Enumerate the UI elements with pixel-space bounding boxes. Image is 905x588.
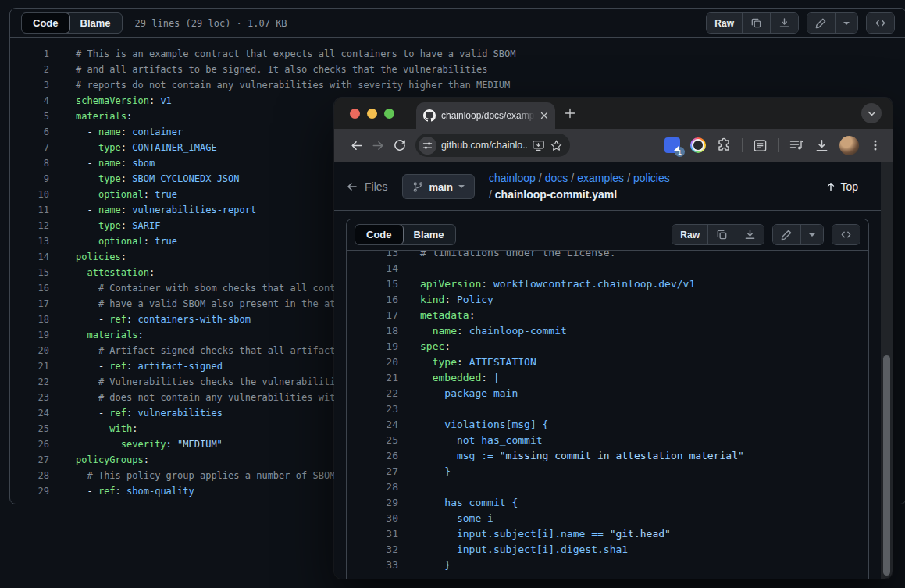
line-number[interactable]: 10 xyxy=(10,187,49,202)
line-number[interactable]: 17 xyxy=(347,308,398,323)
bookmark-star-icon[interactable] xyxy=(550,139,563,152)
line-number[interactable]: 13 xyxy=(347,251,398,261)
raw-button[interactable]: Raw xyxy=(707,13,742,33)
extensions-puzzle-icon[interactable] xyxy=(716,137,732,153)
files-back-link[interactable]: Files xyxy=(346,180,388,193)
line-number[interactable]: 4 xyxy=(10,93,49,109)
new-tab-button[interactable] xyxy=(565,108,575,119)
line-number[interactable]: 17 xyxy=(10,296,49,312)
line-number[interactable]: 15 xyxy=(347,276,398,292)
line-number[interactable]: 21 xyxy=(10,358,49,374)
reload-button[interactable] xyxy=(389,134,411,156)
zoom-window-button[interactable] xyxy=(384,109,394,119)
forward-button[interactable] xyxy=(367,134,389,156)
breadcrumb-repo[interactable]: chainloop xyxy=(489,172,536,184)
line-number[interactable]: 7 xyxy=(10,140,49,155)
line-number[interactable]: 12 xyxy=(10,218,49,233)
back-button[interactable] xyxy=(345,134,367,156)
line-number[interactable]: 27 xyxy=(347,464,398,479)
breadcrumb-policies[interactable]: policies xyxy=(633,172,670,184)
line-number[interactable]: 21 xyxy=(347,370,398,386)
line-number[interactable]: 29 xyxy=(347,495,398,511)
code-scroll-area[interactable]: 13# limitations under the License.1415ap… xyxy=(347,251,868,579)
line-number[interactable]: 18 xyxy=(347,323,398,339)
line-number[interactable]: 2 xyxy=(10,62,49,77)
download-button[interactable] xyxy=(770,13,798,33)
github-favicon xyxy=(423,109,436,122)
branch-selector[interactable]: main xyxy=(402,174,475,199)
password-manager-extension-icon[interactable]: 1 xyxy=(664,137,680,153)
tab-code[interactable]: Code xyxy=(21,12,70,34)
browser-menu-icon[interactable] xyxy=(869,139,882,151)
browser-tab[interactable]: chainloop/docs/examples/poli xyxy=(416,102,555,129)
download-button[interactable] xyxy=(736,225,764,244)
line-number[interactable]: 16 xyxy=(10,280,49,296)
line-number[interactable]: 22 xyxy=(10,374,49,390)
downloads-icon[interactable] xyxy=(814,138,829,153)
edit-button[interactable] xyxy=(807,13,835,33)
close-window-button[interactable] xyxy=(350,109,360,119)
orange-extension-icon[interactable] xyxy=(690,137,706,153)
breadcrumb-examples[interactable]: examples xyxy=(577,172,624,184)
line-number[interactable]: 14 xyxy=(347,261,398,276)
raw-button[interactable]: Raw xyxy=(672,225,707,244)
edit-button[interactable] xyxy=(773,225,800,244)
page-scrollbar[interactable] xyxy=(881,162,893,579)
line-number[interactable]: 13 xyxy=(10,233,49,249)
line-number[interactable]: 18 xyxy=(10,312,49,327)
line-number[interactable]: 26 xyxy=(347,448,398,464)
scrollbar-thumb[interactable] xyxy=(883,355,890,576)
media-playlist-icon[interactable] xyxy=(789,137,804,153)
line-number[interactable]: 26 xyxy=(10,437,49,452)
reading-list-icon[interactable] xyxy=(753,138,768,153)
line-number[interactable]: 5 xyxy=(10,109,49,124)
line-number[interactable]: 28 xyxy=(10,468,49,483)
edit-dropdown-button[interactable] xyxy=(835,13,857,33)
line-number[interactable]: 29 xyxy=(10,483,49,499)
back-to-top-link[interactable]: Top xyxy=(825,180,869,193)
copy-button[interactable] xyxy=(742,13,770,33)
line-number[interactable]: 23 xyxy=(10,390,49,405)
breadcrumb-docs[interactable]: docs xyxy=(545,172,568,184)
profile-avatar[interactable] xyxy=(839,136,859,155)
line-number[interactable]: 30 xyxy=(347,511,398,526)
copy-button[interactable] xyxy=(707,225,736,244)
line-number[interactable]: 3 xyxy=(10,77,49,93)
line-number[interactable]: 23 xyxy=(347,401,398,417)
line-number[interactable]: 28 xyxy=(347,479,398,495)
tab-close-icon[interactable] xyxy=(540,112,548,119)
url-bar[interactable]: github.com/chainlo... xyxy=(415,134,570,157)
line-number[interactable]: 24 xyxy=(347,417,398,433)
line-number[interactable]: 20 xyxy=(10,343,49,358)
line-number[interactable]: 25 xyxy=(347,433,398,448)
line-number[interactable]: 6 xyxy=(10,124,49,140)
line-number[interactable]: 27 xyxy=(10,452,49,468)
line-number[interactable]: 33 xyxy=(347,558,398,573)
line-number[interactable]: 32 xyxy=(347,542,398,558)
line-number[interactable]: 22 xyxy=(347,386,398,401)
edit-dropdown-button[interactable] xyxy=(800,225,823,244)
symbols-button[interactable] xyxy=(867,13,894,33)
tab-blame[interactable]: Blame xyxy=(403,225,455,244)
line-number[interactable]: 15 xyxy=(10,265,49,280)
line-number[interactable]: 31 xyxy=(347,526,398,542)
line-content: input.subject[i].digest.sha1 xyxy=(398,542,628,558)
tab-blame[interactable]: Blame xyxy=(69,13,122,33)
minimize-window-button[interactable] xyxy=(367,109,377,119)
line-number[interactable]: 1 xyxy=(10,46,49,62)
line-number[interactable]: 19 xyxy=(347,339,398,355)
line-number[interactable]: 19 xyxy=(10,327,49,343)
line-number[interactable]: 20 xyxy=(347,355,398,370)
symbols-button[interactable] xyxy=(832,225,860,244)
line-number[interactable]: 24 xyxy=(10,405,49,421)
site-settings-button[interactable] xyxy=(419,137,436,155)
tab-code[interactable]: Code xyxy=(355,224,404,245)
line-number[interactable]: 14 xyxy=(10,249,49,265)
tab-search-button[interactable] xyxy=(861,103,882,123)
line-number[interactable]: 9 xyxy=(10,171,49,187)
line-number[interactable]: 25 xyxy=(10,421,49,437)
line-number[interactable]: 16 xyxy=(347,292,398,308)
line-number[interactable]: 8 xyxy=(10,155,49,171)
line-number[interactable]: 11 xyxy=(10,202,49,218)
install-app-icon[interactable] xyxy=(532,140,545,151)
